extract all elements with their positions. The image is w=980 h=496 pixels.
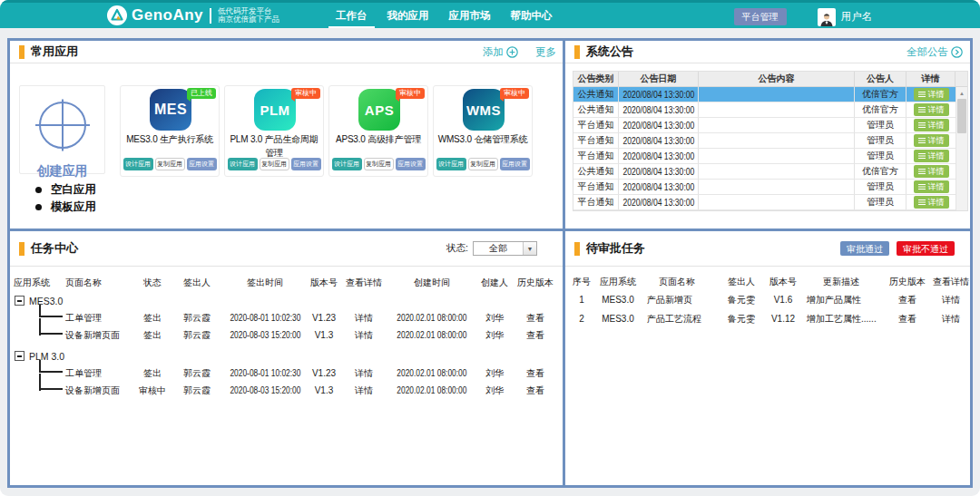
- announcement-detail-button[interactable]: 详情: [914, 150, 949, 162]
- announcement-publisher: 优倍官方: [855, 87, 906, 102]
- design-app-button[interactable]: 设计应用: [123, 158, 153, 170]
- task-history-link[interactable]: 查看: [514, 384, 557, 397]
- app-abbr: APS: [365, 102, 394, 118]
- nav-item-help-center[interactable]: 帮助中心: [511, 3, 553, 31]
- announcement-row[interactable]: 平台通知 2020/08/04 13:30:00 管理员 详情: [573, 149, 967, 164]
- announcement-row[interactable]: 公共通知 2020/08/04 13:30:00 优倍官方 详情: [573, 87, 967, 102]
- app-actions: 设计应用 复制应用 应用设置: [434, 158, 532, 170]
- approval-history-link[interactable]: 查看: [883, 294, 932, 306]
- scroll-thumb[interactable]: [957, 99, 966, 133]
- task-detail-link[interactable]: 详情: [339, 312, 388, 325]
- task-detail-link[interactable]: 详情: [339, 384, 388, 397]
- add-app-link[interactable]: 添加: [483, 45, 518, 59]
- design-app-button[interactable]: 设计应用: [228, 158, 258, 170]
- checkout-time-text: 2020-08-03 15:20:00: [230, 385, 300, 395]
- app-settings-button[interactable]: 应用设置: [291, 158, 321, 170]
- announcement-category: 公共通知: [573, 164, 619, 179]
- scroll-up-arrow[interactable]: ▲: [956, 87, 967, 99]
- column-header[interactable]: 详情: [906, 72, 956, 86]
- task-version: V1.3: [309, 330, 339, 340]
- announcement-row[interactable]: 平台通知 2020/08/04 13:30:00 管理员 详情: [573, 118, 967, 133]
- task-group-row-plm: PLM 3.0: [13, 347, 557, 365]
- list-icon: [918, 152, 926, 160]
- all-announcements-link[interactable]: 全部公告: [906, 45, 963, 59]
- nav-item-my-apps[interactable]: 我的应用: [387, 3, 429, 31]
- column-header[interactable]: 公告类别: [573, 72, 619, 86]
- announcement-row[interactable]: 平台通知 2020/08/04 13:30:00 管理员 详情: [573, 133, 967, 149]
- copy-app-button[interactable]: 复制应用: [468, 158, 498, 170]
- template-app-option[interactable]: 模板应用: [35, 199, 96, 216]
- column-header: 状态: [132, 277, 172, 289]
- announcement-row[interactable]: 公共通知 2020/08/04 13:30:00 优倍官方 详情: [573, 102, 967, 118]
- app-name: APS3.0 高级排产管理: [330, 132, 426, 146]
- column-header[interactable]: 公告内容: [699, 72, 855, 86]
- task-history-link[interactable]: 查看: [514, 367, 557, 380]
- announcement-detail-button[interactable]: 详情: [914, 165, 949, 178]
- collapse-toggle-icon[interactable]: [15, 296, 24, 306]
- announcement-row[interactable]: 平台通知 2020/08/04 13:30:00 管理员 详情: [573, 195, 967, 210]
- app-card-mes[interactable]: MES 已上线 MES3.0 生产执行系统 设计应用 复制应用 应用设置: [120, 85, 220, 177]
- status-selected-value: 全部: [474, 242, 523, 255]
- task-created-time: 2020.02.01 08:00:00: [388, 330, 475, 340]
- announcements-scrollbar[interactable]: ▲: [956, 87, 967, 210]
- approval-history-link[interactable]: 查看: [883, 313, 932, 326]
- announcement-detail-button[interactable]: 详情: [914, 88, 949, 101]
- announcement-detail-button[interactable]: 详情: [914, 196, 949, 209]
- announcement-row[interactable]: 平台通知 2020/08/04 13:30:00 管理员 详情: [573, 180, 967, 195]
- app-card-wms[interactable]: WMS 审核中 WMS3.0 仓储管理系统 设计应用 复制应用 应用设置: [433, 85, 533, 177]
- announcement-row[interactable]: 公共通知 2020/08/04 13:30:00 优倍官方 详情: [573, 164, 967, 180]
- task-history-link[interactable]: 查看: [514, 312, 557, 325]
- detail-label: 详情: [928, 167, 945, 176]
- app-settings-button[interactable]: 应用设置: [396, 158, 426, 170]
- status-select[interactable]: 全部 ▼: [473, 241, 537, 256]
- nav-item-workbench[interactable]: 工作台: [336, 3, 368, 31]
- logo[interactable]: GenoAny 低代码开发平台 南京优倍旗下产品: [107, 4, 279, 27]
- checkout-time-text: 2020-08-01 10:02:30: [230, 368, 300, 378]
- app-settings-button[interactable]: 应用设置: [500, 158, 530, 170]
- announcement-detail-cell: 详情: [906, 133, 956, 148]
- select-chevron-icon[interactable]: ▼: [523, 242, 536, 255]
- task-detail-link[interactable]: 详情: [339, 367, 388, 380]
- status-badge: 审核中: [500, 88, 529, 99]
- nav-item-app-market[interactable]: 应用市场: [449, 3, 491, 31]
- app-card-plm[interactable]: PLM 审核中 PLM 3.0 产品生命周期管理 设计应用 复制应用 应用设置: [224, 85, 324, 177]
- design-app-button[interactable]: 设计应用: [332, 158, 362, 170]
- approval-row[interactable]: 1 MES3.0 产品新增页 鲁元雯 V1.6 增加产品属性 查看 详情: [565, 290, 970, 309]
- status-filter: 状态: 全部 ▼: [446, 241, 537, 256]
- approve-button[interactable]: 审批通过: [840, 241, 889, 256]
- announcement-detail-button[interactable]: 详情: [914, 103, 949, 116]
- create-app-card[interactable]: 创建应用: [19, 85, 105, 174]
- copy-app-button[interactable]: 复制应用: [260, 158, 289, 170]
- more-apps-label: 更多: [535, 45, 556, 59]
- approval-row[interactable]: 2 MES3.0 产品工艺流程 鲁元雯 V1.12 增加工艺属性...... 查…: [565, 309, 970, 328]
- announcement-detail-button[interactable]: 详情: [914, 180, 949, 193]
- copy-app-button[interactable]: 复制应用: [364, 158, 394, 170]
- user-avatar[interactable]: [818, 8, 836, 26]
- task-creator: 刘华: [475, 329, 514, 342]
- app-settings-button[interactable]: 应用设置: [187, 158, 217, 170]
- approval-detail-link[interactable]: 详情: [932, 294, 970, 306]
- column-header[interactable]: 公告日期: [619, 72, 699, 86]
- column-header[interactable]: 公告人: [855, 72, 906, 86]
- task-history-link[interactable]: 查看: [514, 329, 557, 342]
- platform-admin-button[interactable]: 平台管理: [734, 8, 787, 25]
- design-app-button[interactable]: 设计应用: [436, 158, 466, 170]
- announcement-detail-button[interactable]: 详情: [914, 119, 949, 131]
- reject-button[interactable]: 审批不通过: [897, 241, 955, 256]
- task-checkout-time: 2020-08-03 15:20:00: [221, 385, 309, 395]
- task-header-row: 应用系统 页面名称 状态 签出人 签出时间 版本号 查看详情 创建时间 创建人 …: [13, 274, 557, 292]
- announcement-date-text: 2020/08/04 13:30:00: [622, 136, 694, 146]
- task-checkout-time: 2020-08-01 10:02:30: [221, 368, 309, 378]
- announcement-date: 2020/08/04 13:30:00: [619, 133, 699, 148]
- collapse-toggle-icon[interactable]: [15, 351, 24, 361]
- copy-app-button[interactable]: 复制应用: [155, 158, 185, 170]
- approval-detail-link[interactable]: 详情: [932, 313, 970, 326]
- username-label[interactable]: 用户名: [841, 10, 873, 24]
- announcement-content: [699, 164, 855, 179]
- more-apps-link[interactable]: 更多: [535, 45, 556, 59]
- list-icon: [918, 91, 926, 98]
- blank-app-option[interactable]: 空白应用: [35, 181, 96, 199]
- app-card-aps[interactable]: APS 审核中 APS3.0 高级排产管理 设计应用 复制应用 应用设置: [328, 85, 428, 177]
- announcement-detail-button[interactable]: 详情: [914, 134, 949, 147]
- task-detail-link[interactable]: 详情: [339, 329, 388, 342]
